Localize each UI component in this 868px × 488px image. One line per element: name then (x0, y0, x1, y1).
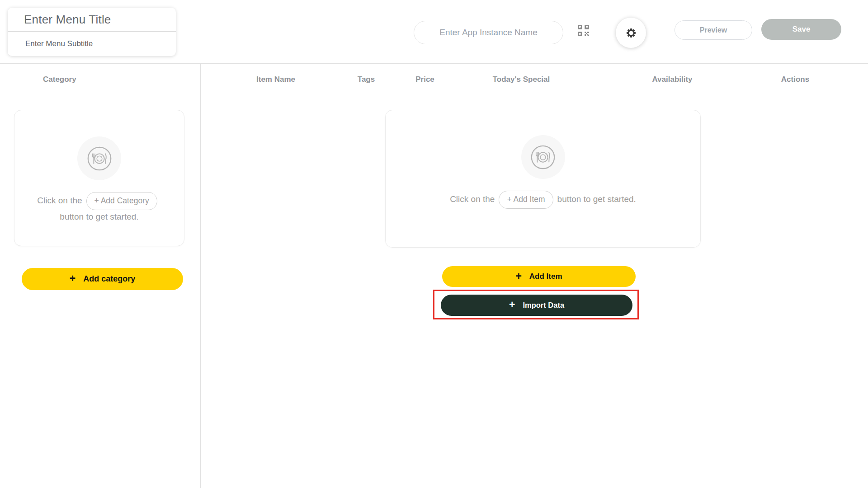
restaurant-plate-icon (529, 143, 557, 171)
column-header-availability: Availability (652, 75, 692, 84)
plate-circle (521, 135, 565, 179)
add-category-hint-pill: + Add Category (86, 192, 157, 210)
items-empty-card: Click on the+ Add Itembutton to get star… (385, 110, 701, 248)
import-data-highlight-box: + Import Data (433, 290, 639, 319)
category-empty-hint: Click on the+ Add Category button to get… (14, 192, 184, 224)
menu-title-card: Enter Menu Title Enter Menu Subtitle (8, 8, 176, 56)
column-header-actions: Actions (781, 75, 809, 84)
add-item-button[interactable]: + Add Item (442, 266, 636, 287)
plate-circle (77, 136, 121, 180)
hint-text: Click on the (37, 196, 82, 205)
items-empty-hint: Click on the+ Add Itembutton to get star… (386, 191, 700, 209)
hint-text: button to get started. (60, 212, 138, 221)
add-category-label: Add category (83, 274, 135, 284)
menu-subtitle-input[interactable]: Enter Menu Subtitle (8, 32, 176, 56)
import-data-button[interactable]: + Import Data (441, 295, 632, 316)
settings-button[interactable] (616, 18, 646, 48)
app-instance-name-input[interactable]: Enter App Instance Name (414, 21, 563, 44)
hint-text: button to get started. (557, 194, 636, 204)
plus-icon: + (509, 300, 515, 310)
qr-code-icon[interactable] (576, 23, 591, 38)
column-header-item-name: Item Name (256, 75, 295, 84)
import-data-label: Import Data (523, 301, 564, 310)
hint-text: Click on the (450, 194, 495, 204)
menu-builder-screen: Enter Menu Title Enter Menu Subtitle Ent… (0, 0, 868, 488)
gear-icon (623, 25, 639, 41)
column-header-price: Price (415, 75, 434, 84)
plus-icon: + (70, 273, 75, 284)
column-header-todays-special: Today's Special (493, 75, 550, 84)
panel-divider (200, 64, 201, 488)
category-empty-card: Click on the+ Add Category button to get… (14, 110, 184, 246)
category-column-header: Category (43, 75, 76, 84)
save-button[interactable]: Save (761, 19, 841, 40)
plus-icon: + (515, 271, 521, 282)
menu-title-input[interactable]: Enter Menu Title (8, 8, 176, 31)
topbar-divider (0, 63, 868, 64)
add-item-hint-pill: + Add Item (499, 191, 553, 209)
preview-button[interactable]: Preview (675, 20, 752, 40)
add-item-label: Add Item (529, 272, 562, 281)
add-category-button[interactable]: + Add category (22, 268, 183, 290)
restaurant-plate-icon (85, 145, 113, 173)
column-header-tags: Tags (358, 75, 375, 84)
